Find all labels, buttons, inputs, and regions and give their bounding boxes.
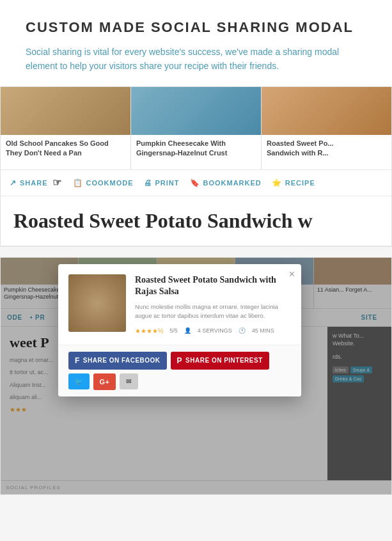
facebook-icon: f — [75, 356, 80, 365]
share-pinterest-button[interactable]: P SHARE ON PINTEREST — [171, 352, 269, 370]
share-button[interactable]: ↗ SHARE ☞ — [10, 176, 63, 189]
google-icon: G+ — [100, 378, 110, 386]
page-wrapper: CUSTOM MADE SOCIAL SHARING MODAL Social … — [0, 0, 392, 495]
modal-recipe-desc: Nunc molestie mollis magna et ornare. In… — [135, 302, 291, 321]
big-title-bar: Roasted Sweet Potato Sandwich w — [1, 196, 391, 246]
recipe-button[interactable]: ⭐ RECIPE — [272, 178, 315, 187]
share-google-button[interactable]: G+ — [93, 373, 116, 390]
star-icon: ⭐ — [272, 178, 282, 187]
modal-servings: 4 SERVINGS — [198, 327, 232, 334]
share-twitter-button[interactable]: 🐦 — [68, 373, 90, 389]
modal-meta: ★★★★½ 5/5 👤 4 SERVINGS 🕐 45 MINS — [135, 327, 291, 334]
modal-close-button[interactable]: × — [289, 269, 295, 279]
cookmode-icon: 📋 — [73, 178, 83, 187]
recipe-card-title-3: Roasted Sweet Po...Sandwich with R... — [262, 135, 391, 162]
header-section: CUSTOM MADE SOCIAL SHARING MODAL Social … — [0, 0, 392, 86]
main-title: CUSTOM MADE SOCIAL SHARING MODAL — [26, 19, 366, 36]
bookmark-icon: 🔖 — [190, 178, 200, 187]
pinterest-icon: P — [177, 356, 183, 365]
second-screenshot: Pumpkin Cheesecake With Gingersnap-Hazel… — [0, 257, 392, 495]
modal-header: Roasted Sweet Potato Sandwich with Rajas… — [58, 264, 301, 345]
share-email-button[interactable]: ✉ — [120, 373, 138, 389]
twitter-icon: 🐦 — [75, 378, 83, 385]
first-screenshot: Old School Pancakes So Good They Don't N… — [0, 86, 392, 247]
share-icon: ↗ — [10, 178, 17, 187]
print-button[interactable]: 🖨 PRINT — [144, 178, 180, 187]
sharing-modal: × Roasted Sweet Potato Sandwich with Raj… — [58, 264, 301, 396]
servings-icon: 👤 — [184, 327, 191, 334]
email-icon: ✉ — [126, 378, 132, 385]
recipe-card-title-1: Old School Pancakes So Good They Don't N… — [1, 135, 130, 162]
recipe-card-3[interactable]: Roasted Sweet Po...Sandwich with R... — [262, 87, 391, 169]
pinterest-label: SHARE ON PINTEREST — [185, 357, 263, 364]
recipe-card-2[interactable]: Pumpkin Cheesecake With Gingersnap-Hazel… — [131, 87, 262, 169]
recipe-card-1[interactable]: Old School Pancakes So Good They Don't N… — [1, 87, 131, 169]
modal-rating: 5/5 — [169, 327, 178, 334]
subtitle: Social sharing is vital for every websit… — [26, 45, 366, 74]
modal-stars: ★★★★½ — [135, 327, 163, 334]
facebook-label: SHARE ON FACEBOOK — [83, 357, 161, 364]
recipe-card-title-2: Pumpkin Cheesecake With Gingersnap-Hazel… — [131, 135, 261, 162]
modal-social-buttons: f SHARE ON FACEBOOK P SHARE ON PINTEREST… — [58, 345, 301, 396]
modal-recipe-image — [68, 274, 126, 332]
modal-time: 45 MINS — [252, 327, 274, 334]
time-icon: 🕐 — [239, 327, 246, 334]
modal-recipe-title: Roasted Sweet Potato Sandwich with Rajas… — [135, 274, 291, 297]
recipe-cards-row: Old School Pancakes So Good They Don't N… — [1, 87, 391, 170]
cookmode-button[interactable]: 📋 COOKMODE — [73, 178, 134, 187]
big-recipe-title: Roasted Sweet Potato Sandwich w — [13, 209, 379, 233]
toolbar: ↗ SHARE ☞ 📋 COOKMODE 🖨 PRINT 🔖 BOOKMARKE… — [1, 170, 391, 196]
share-facebook-button[interactable]: f SHARE ON FACEBOOK — [68, 352, 167, 370]
bookmarked-button[interactable]: 🔖 BOOKMARKED — [190, 178, 262, 187]
print-icon: 🖨 — [144, 178, 152, 187]
modal-info: Roasted Sweet Potato Sandwich with Rajas… — [135, 274, 291, 334]
modal-overlay: × Roasted Sweet Potato Sandwich with Raj… — [1, 258, 391, 494]
